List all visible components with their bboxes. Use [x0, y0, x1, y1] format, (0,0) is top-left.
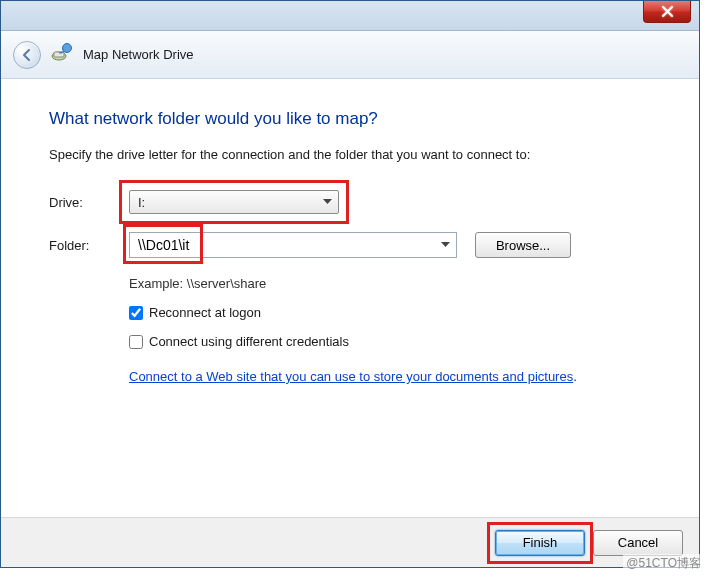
drive-row: Drive: I: [49, 190, 651, 214]
credentials-row[interactable]: Connect using different credentials [129, 334, 651, 349]
folder-row: Folder: Browse... [49, 232, 651, 258]
credentials-checkbox[interactable] [129, 335, 143, 349]
page-heading: What network folder would you like to ma… [49, 109, 651, 129]
chevron-down-icon [441, 242, 450, 248]
example-text: Example: \\server\share [129, 276, 651, 291]
cancel-button[interactable]: Cancel [593, 530, 683, 556]
options-column: Example: \\server\share Reconnect at log… [129, 276, 651, 384]
arrow-left-icon [20, 48, 34, 62]
back-button[interactable] [13, 41, 41, 69]
close-button[interactable] [643, 1, 691, 23]
footer: Finish Cancel [1, 517, 699, 567]
header-band: Map Network Drive [1, 31, 699, 79]
instruction-text: Specify the drive letter for the connect… [49, 147, 651, 162]
map-network-drive-dialog: Map Network Drive What network folder wo… [0, 0, 700, 568]
folder-combobox[interactable] [129, 232, 457, 258]
content-area: What network folder would you like to ma… [1, 79, 699, 394]
drive-select[interactable]: I: [129, 190, 339, 214]
folder-label: Folder: [49, 238, 129, 253]
watermark: @51CTO博客 [623, 554, 704, 573]
close-icon [662, 6, 673, 17]
chevron-down-icon [323, 199, 332, 205]
window-title: Map Network Drive [83, 47, 194, 62]
drive-label: Drive: [49, 195, 129, 210]
titlebar [1, 1, 699, 31]
drive-select-value: I: [138, 195, 145, 210]
finish-button[interactable]: Finish [495, 530, 585, 556]
connect-website-link[interactable]: Connect to a Web site that you can use t… [129, 369, 573, 384]
reconnect-row[interactable]: Reconnect at logon [129, 305, 651, 320]
folder-input[interactable] [130, 237, 441, 253]
network-drive-icon [51, 42, 73, 67]
credentials-label: Connect using different credentials [149, 334, 349, 349]
reconnect-label: Reconnect at logon [149, 305, 261, 320]
link-row: Connect to a Web site that you can use t… [129, 369, 651, 384]
reconnect-checkbox[interactable] [129, 306, 143, 320]
browse-button[interactable]: Browse... [475, 232, 571, 258]
